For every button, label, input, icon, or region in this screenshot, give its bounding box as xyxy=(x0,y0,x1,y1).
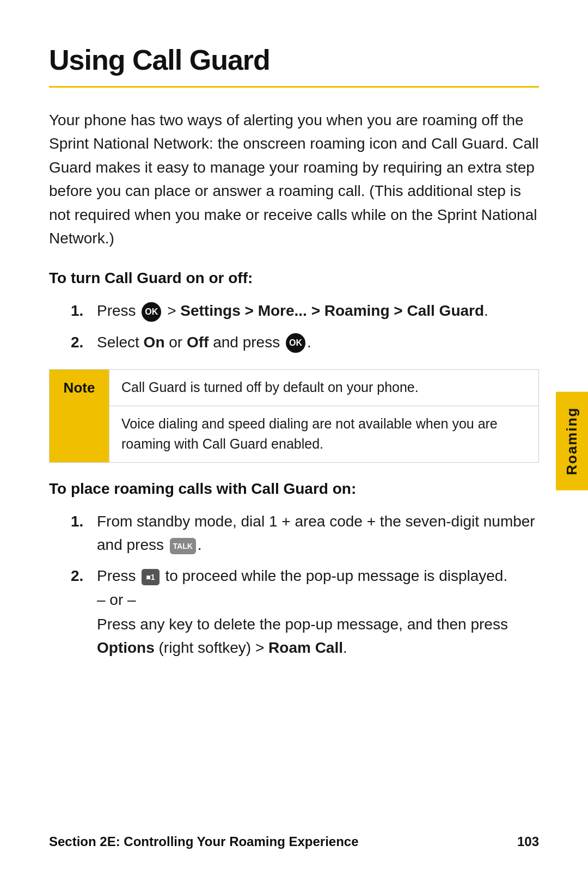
menu-icon: OK xyxy=(142,302,161,322)
section2-heading: To place roaming calls with Call Guard o… xyxy=(49,480,539,498)
step-number: 2. xyxy=(71,330,87,354)
roaming-tab: Roaming xyxy=(556,391,588,490)
note-row-1: Call Guard is turned off by default on y… xyxy=(109,370,538,406)
footer-page-number: 103 xyxy=(517,834,539,849)
footer: Section 2E: Controlling Your Roaming Exp… xyxy=(49,834,539,849)
step-content: From standby mode, dial 1 + area code + … xyxy=(97,510,539,557)
page-container: Using Call Guard Your phone has two ways… xyxy=(0,0,588,718)
or-text: – or – xyxy=(97,591,136,608)
step-number: 1. xyxy=(71,510,87,533)
softkey-icon: ■1 xyxy=(142,569,159,585)
title-divider xyxy=(49,86,539,88)
step-2-1: 1. From standby mode, dial 1 + area code… xyxy=(71,510,539,557)
menu-icon-2: OK xyxy=(286,333,305,353)
page-title: Using Call Guard xyxy=(49,44,539,76)
footer-section-text: Section 2E: Controlling Your Roaming Exp… xyxy=(49,834,359,849)
intro-paragraph: Your phone has two ways of alerting you … xyxy=(49,108,539,250)
step-1-2: 2. Select On or Off and press OK. xyxy=(71,330,539,354)
note-label: Note xyxy=(50,370,109,462)
step-1-1: 1. Press OK > Settings > More... > Roami… xyxy=(71,299,539,322)
step-content: Press OK > Settings > More... > Roaming … xyxy=(97,299,539,322)
talk-icon: TALK xyxy=(170,538,196,554)
section1-steps: 1. Press OK > Settings > More... > Roami… xyxy=(71,299,539,354)
note-row-2: Voice dialing and speed dialing are not … xyxy=(109,406,538,462)
note-box: Note Call Guard is turned off by default… xyxy=(49,369,539,463)
note-content: Call Guard is turned off by default on y… xyxy=(109,370,538,462)
section1-heading: To turn Call Guard on or off: xyxy=(49,270,539,287)
step-content: Select On or Off and press OK. xyxy=(97,330,539,354)
step-number: 2. xyxy=(71,564,87,587)
step-number: 1. xyxy=(71,299,87,322)
step-content: Press ■1 to proceed while the pop-up mes… xyxy=(97,564,539,659)
section2-steps: 1. From standby mode, dial 1 + area code… xyxy=(71,510,539,660)
step-2-2: 2. Press ■1 to proceed while the pop-up … xyxy=(71,564,539,659)
